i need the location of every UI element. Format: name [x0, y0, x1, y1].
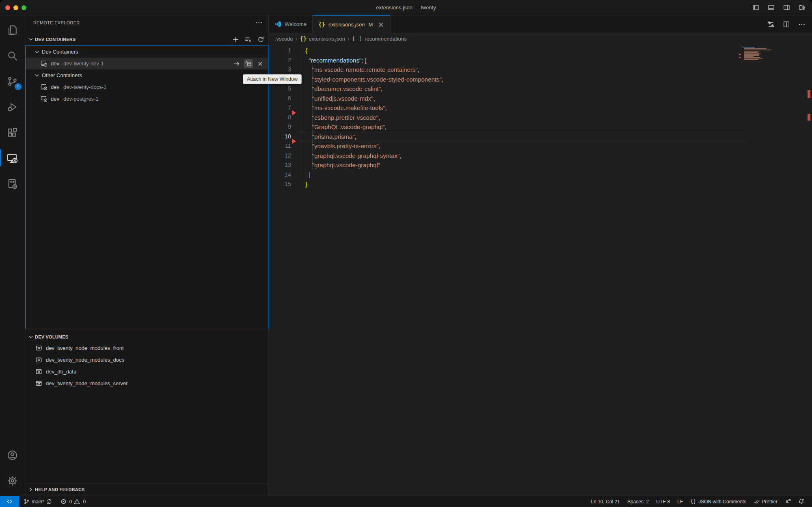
line-number: 3: [269, 65, 291, 75]
container-name: dev: [51, 96, 59, 102]
minimap-line: [744, 53, 760, 54]
refresh-icon[interactable]: [257, 36, 264, 43]
warning-icon: [74, 498, 80, 505]
status-indentation[interactable]: Spaces: 2: [624, 499, 652, 505]
sidebar-title: REMOTE EXPLORER: [33, 20, 80, 25]
code-line-5[interactable]: 5 "dbaeumer.vscode-eslint",: [269, 84, 812, 94]
status-formatter[interactable]: Prettier: [750, 498, 781, 505]
more-actions-icon[interactable]: [798, 21, 806, 28]
container-detail: dev-twenty-dev-1: [63, 60, 104, 67]
minimap-deleted-marker: [739, 54, 741, 55]
code-line-12[interactable]: 12 "graphql.vscode-graphql-syntax",: [269, 151, 812, 161]
status-encoding[interactable]: UTF-8: [652, 499, 674, 505]
code-line-15[interactable]: 15}: [269, 179, 812, 189]
breadcrumb-item-recommendations[interactable]: [ ]recommendations: [352, 36, 407, 42]
minimize-window-button[interactable]: [13, 5, 18, 10]
close-window-button[interactable]: [5, 5, 10, 10]
breadcrumb-item-extensions-json[interactable]: {}extensions.json: [300, 35, 345, 42]
container-row-dev-postgres-1[interactable]: devdev-postgres-1: [26, 93, 268, 105]
close-tab-icon[interactable]: [378, 21, 384, 28]
breadcrumb-item--vscode[interactable]: .vscode: [275, 36, 293, 42]
container-row-dev-twenty-dev-1[interactable]: devdev-twenty-dev-1: [26, 58, 268, 69]
toggle-panel-icon[interactable]: [768, 4, 775, 11]
line-number: 14: [269, 170, 291, 180]
code-line-11[interactable]: 11 "yoavbls.pretty-ts-errors",: [269, 141, 812, 151]
activity-bar-item-remote-explorer[interactable]: [0, 147, 25, 168]
code-line-14[interactable]: 14 ]: [269, 170, 812, 180]
tab-extensions-json[interactable]: {}extensions.jsonM: [313, 15, 391, 33]
attach-to-container-button[interactable]: [232, 59, 241, 68]
git-branch-status[interactable]: main*: [21, 496, 55, 507]
plus-icon[interactable]: [232, 36, 239, 43]
line-number: 12: [269, 151, 291, 161]
breadcrumb-label: recommendations: [365, 36, 406, 42]
activity-bar-item-container-tools[interactable]: [0, 173, 25, 194]
code-text: "unifiedjs.vscode-mdx",: [305, 94, 375, 104]
tree-group-dev-containers[interactable]: Dev Containers: [26, 46, 268, 58]
chevron-right-icon: [28, 486, 34, 493]
customize-layout-icon[interactable]: [799, 4, 806, 11]
toggle-secondary-sidebar-icon[interactable]: [783, 4, 790, 11]
open-changes-icon[interactable]: [767, 21, 775, 28]
status-feedback[interactable]: [781, 498, 795, 505]
toggle-sidebar-icon[interactable]: [752, 4, 759, 11]
tab-label: extensions.json: [328, 22, 365, 28]
code-line-9[interactable]: 9 "GraphQL.vscode-graphql",: [269, 122, 812, 132]
zoom-window-button[interactable]: [22, 5, 26, 10]
section-header-dev-volumes[interactable]: DEV VOLUMES: [25, 332, 268, 342]
code-line-8[interactable]: 8 "esbenp.prettier-vscode",: [269, 113, 812, 123]
tooltip-attach-in-new-window: Attach in New Window: [243, 74, 302, 84]
volume-row-dev_twenty_node_modules_server[interactable]: dev_twenty_node_modules_server: [25, 378, 268, 389]
problems-status[interactable]: 00: [58, 496, 89, 507]
container-row-dev-twenty-docs-1[interactable]: devdev-twenty-docs-1: [26, 81, 268, 93]
ruler-deleted-mark: [808, 114, 810, 121]
code-line-1[interactable]: 1{: [269, 46, 812, 56]
attach-in-new-window-button[interactable]: [244, 59, 253, 68]
code-line-3[interactable]: 3 "ms-vscode-remote.remote-containers",: [269, 65, 812, 75]
status-label: Prettier: [762, 499, 777, 505]
activity-bar-item-extensions[interactable]: [0, 122, 25, 143]
more-actions-icon[interactable]: [255, 19, 263, 26]
code-text: {: [305, 46, 307, 56]
status-notifications[interactable]: [795, 498, 808, 505]
title-bar: extensions.json — twenty: [0, 0, 812, 15]
minimap-line: [744, 51, 759, 52]
clear-list-icon[interactable]: [245, 36, 252, 43]
split-editor-icon[interactable]: [783, 21, 790, 28]
tree-group-other-containers[interactable]: Other Containers: [26, 69, 268, 81]
status-cursor-position[interactable]: Ln 10, Col 21: [587, 499, 624, 505]
activity-bar-item-source-control[interactable]: 1: [0, 71, 25, 92]
code-line-7[interactable]: 7 "ms-vscode.makefile-tools",: [269, 103, 812, 113]
source-control-badge: 1: [15, 83, 22, 90]
minimap-line: [744, 55, 759, 56]
chevron-down-icon: [28, 36, 34, 43]
git-deleted-marker: [292, 110, 296, 115]
activity-bar-item-explorer[interactable]: [0, 19, 25, 41]
activity-bar-item-run-and-debug[interactable]: [0, 96, 25, 117]
section-header-dev-containers[interactable]: DEV CONTAINERS: [25, 34, 268, 45]
remote-window-indicator[interactable]: [0, 496, 19, 507]
tab-welcome[interactable]: Welcome: [269, 15, 313, 33]
code-text: }: [305, 179, 307, 189]
activity-bar-item-search[interactable]: [0, 45, 25, 66]
code-line-4[interactable]: 4 "styled-components.vscode-styled-compo…: [269, 75, 812, 84]
activity-bar-item-accounts[interactable]: [0, 444, 25, 466]
close-icon: [257, 60, 263, 67]
code-line-13[interactable]: 13 "graphql.vscode-graphql": [269, 160, 812, 170]
overview-ruler[interactable]: [807, 44, 810, 496]
activity-bar-item-settings[interactable]: [0, 470, 25, 491]
container-name: dev: [51, 84, 59, 90]
volume-row-dev_db_data[interactable]: dev_db_data: [25, 366, 268, 378]
breadcrumb-label: extensions.json: [309, 36, 345, 42]
code-line-6[interactable]: 6 "unifiedjs.vscode-mdx",: [269, 94, 812, 104]
code-line-10[interactable]: 10 "prisma.prisma",: [269, 132, 812, 142]
section-header-help-and-feedback[interactable]: HELP AND FEEDBACK: [25, 483, 268, 496]
code-text: ]: [305, 170, 311, 180]
status-eol[interactable]: LF: [674, 499, 687, 505]
status-language-mode[interactable]: {}JSON with Comments: [687, 498, 750, 505]
stop-container-button[interactable]: [256, 59, 265, 68]
code-line-2[interactable]: 2 "recommendations": [: [269, 56, 812, 65]
volume-row-dev_twenty_node_modules_docs[interactable]: dev_twenty_node_modules_docs: [25, 354, 268, 366]
code-editor[interactable]: 1{2 "recommendations": [3 "ms-vscode-rem…: [269, 44, 812, 496]
volume-row-dev_twenty_node_modules_front[interactable]: dev_twenty_node_modules_front: [25, 342, 268, 354]
